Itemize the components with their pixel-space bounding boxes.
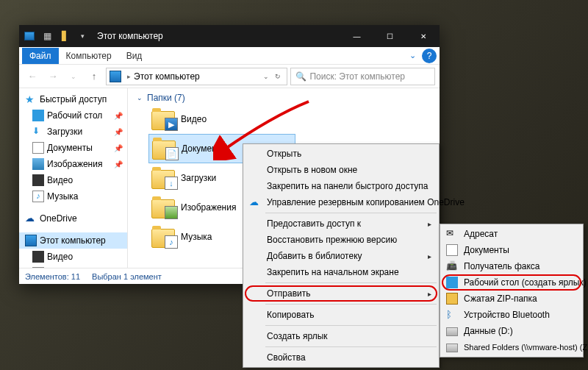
- qat-dropdown-icon[interactable]: ▾: [76, 30, 88, 42]
- mail-icon: ✉: [446, 228, 458, 240]
- drive-icon: [446, 327, 458, 336]
- nav-label: Видео: [47, 175, 73, 185]
- sendto-bluetooth[interactable]: ᛒУстройство Bluetooth: [442, 307, 581, 323]
- pc-icon: [24, 30, 35, 42]
- music-icon: ♪: [32, 191, 44, 202]
- nav-label: Видео: [47, 252, 73, 262]
- sendto-recipient[interactable]: ✉Адресат: [442, 226, 581, 242]
- sendto-documents[interactable]: Документы: [442, 242, 581, 258]
- sendto-fax[interactable]: 📠Получатель факса: [442, 258, 581, 274]
- context-menu: Открыть Открыть в новом окне Закрепить н…: [243, 143, 440, 368]
- desktop-icon: [32, 110, 44, 121]
- nav-item-pictures[interactable]: Изображения📌: [19, 156, 127, 172]
- desktop-icon: [446, 277, 458, 288]
- nav-label: Рабочий стол: [47, 110, 102, 121]
- new-folder-icon[interactable]: ▋: [59, 30, 71, 42]
- group-header-folders[interactable]: ⌄ Папки (7): [128, 91, 440, 104]
- ctx-send-to[interactable]: Отправить▸: [245, 285, 437, 302]
- folder-label: Изображения: [181, 202, 236, 213]
- folder-icon: ♪: [151, 226, 176, 248]
- download-icon: ⬇: [32, 126, 44, 138]
- folder-icon: 📄: [152, 138, 177, 160]
- ctx-restore-previous[interactable]: Восстановить прежнюю версию: [245, 232, 437, 248]
- ctx-properties[interactable]: Свойства: [245, 349, 437, 366]
- ctx-add-library[interactable]: Добавить в библиотеку▸: [245, 248, 437, 264]
- tab-view[interactable]: Вид: [119, 48, 150, 64]
- ctx-copy[interactable]: Копировать: [245, 307, 437, 323]
- chevron-right-icon[interactable]: ▸: [124, 73, 134, 80]
- nav-pc-documents[interactable]: Документы: [19, 265, 127, 268]
- separator: [265, 213, 437, 213]
- document-icon: [446, 244, 458, 256]
- ctx-create-shortcut[interactable]: Создать ярлык: [245, 328, 437, 344]
- back-button[interactable]: ←: [24, 68, 41, 85]
- titlebar[interactable]: ▦ ▋ ▾ Этот компьютер — ☐ ✕: [19, 25, 440, 47]
- nav-item-desktop[interactable]: Рабочий стол📌: [19, 107, 127, 124]
- nav-item-videos[interactable]: Видео: [19, 172, 127, 188]
- refresh-button[interactable]: ↻: [272, 73, 284, 80]
- nav-onedrive[interactable]: ☁OneDrive: [19, 210, 127, 227]
- nav-this-pc[interactable]: Этот компьютер: [19, 232, 127, 249]
- nav-item-documents[interactable]: Документы📌: [19, 140, 127, 156]
- ctx-pin-start[interactable]: Закрепить на начальном экране: [245, 264, 437, 280]
- properties-icon[interactable]: ▦: [41, 30, 53, 42]
- pictures-overlay-icon: [165, 206, 178, 219]
- folder-label: Документы: [182, 143, 227, 154]
- nav-pc-videos[interactable]: Видео: [19, 249, 127, 265]
- pin-icon: 📌: [114, 112, 123, 120]
- sendto-zip[interactable]: Сжатая ZIP-папка: [442, 291, 581, 307]
- separator: [265, 346, 437, 347]
- drive-icon: [446, 344, 458, 352]
- breadcrumb-location[interactable]: Этот компьютер: [134, 71, 200, 82]
- nav-label: Изображения: [47, 159, 102, 169]
- fax-icon: 📠: [446, 260, 458, 272]
- nav-item-music[interactable]: ♪Музыка: [19, 188, 127, 204]
- chevron-right-icon: ▸: [428, 252, 431, 260]
- forward-button[interactable]: →: [44, 68, 62, 85]
- nav-label: Быстрый доступ: [40, 94, 107, 104]
- chevron-right-icon: ▸: [428, 220, 431, 228]
- help-button[interactable]: ?: [422, 49, 437, 63]
- ctx-open[interactable]: Открыть: [245, 146, 437, 162]
- close-button[interactable]: ✕: [406, 25, 440, 47]
- chevron-down-icon: ⌄: [137, 94, 143, 102]
- folder-label: Видео: [181, 114, 207, 124]
- maximize-button[interactable]: ☐: [373, 25, 406, 47]
- status-selected-count: Выбран 1 элемент: [92, 272, 162, 281]
- nav-label: Документы: [47, 143, 93, 153]
- sendto-desktop-shortcut[interactable]: Рабочий стол (создать ярлык): [442, 274, 581, 291]
- expand-ribbon-icon[interactable]: ⌄: [409, 51, 419, 60]
- search-icon: 🔍: [295, 71, 306, 82]
- ctx-pin-quick-access[interactable]: Закрепить на панели быстрого доступа: [245, 178, 437, 194]
- recent-dropdown[interactable]: ⌄: [65, 68, 82, 85]
- video-icon: [32, 174, 44, 186]
- sendto-submenu: ✉Адресат Документы 📠Получатель факса Раб…: [440, 224, 584, 357]
- ctx-share-access[interactable]: Предоставить доступ к▸: [245, 216, 437, 232]
- up-button[interactable]: ↑: [85, 68, 103, 85]
- document-icon: [32, 267, 44, 268]
- status-item-count: Элементов: 11: [25, 272, 80, 281]
- ribbon-tabs: Файл Компьютер Вид ⌄ ?: [19, 47, 440, 65]
- pin-icon: 📌: [114, 128, 123, 136]
- chevron-down-icon[interactable]: ⌄: [260, 73, 272, 80]
- ctx-onedrive-backup[interactable]: ☁Управление резервным копированием OneDr…: [245, 194, 437, 210]
- sendto-drive-d[interactable]: Данные (D:): [442, 323, 581, 339]
- address-box[interactable]: ▸ Этот компьютер ⌄ ↻: [106, 68, 287, 85]
- pictures-icon: [32, 158, 44, 170]
- navigation-pane[interactable]: ★ Быстрый доступ Рабочий стол📌 ⬇Загрузки…: [19, 88, 128, 268]
- nav-label: Этот компьютер: [40, 235, 106, 246]
- nav-quick-access[interactable]: ★ Быстрый доступ: [19, 91, 127, 107]
- ctx-open-new-window[interactable]: Открыть в новом окне: [245, 162, 437, 178]
- folder-label: Музыка: [181, 232, 212, 242]
- pin-icon: 📌: [114, 144, 123, 152]
- tab-file[interactable]: Файл: [22, 48, 59, 64]
- sendto-drive-z[interactable]: Shared Folders (\\vmware-host) (Z:): [442, 339, 581, 355]
- folder-videos[interactable]: ▶ Видео: [148, 104, 295, 134]
- search-input[interactable]: 🔍 Поиск: Этот компьютер: [290, 68, 435, 85]
- minimize-button[interactable]: —: [340, 25, 373, 47]
- separator: [265, 282, 437, 283]
- nav-label: Музыка: [47, 191, 78, 202]
- tab-computer[interactable]: Компьютер: [59, 48, 119, 64]
- pin-icon: 📌: [114, 160, 123, 168]
- nav-item-downloads[interactable]: ⬇Загрузки📌: [19, 124, 127, 140]
